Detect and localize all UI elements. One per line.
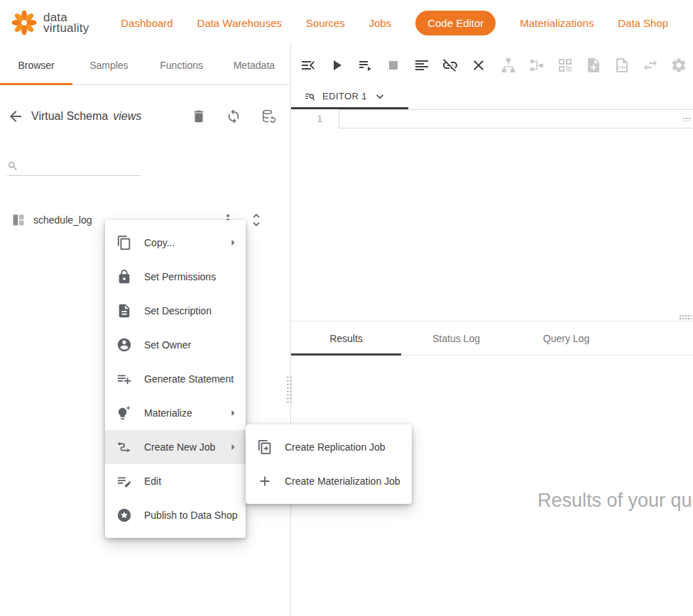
schema-icon[interactable] (523, 51, 551, 79)
refresh-icon[interactable] (226, 109, 241, 124)
menu-item-label: Copy... (144, 237, 175, 248)
submenu-arrow-icon (226, 236, 240, 250)
table-grid-icon (11, 213, 26, 227)
menu-item-set-permissions[interactable]: Set Permissions (105, 260, 246, 294)
tab-status-log[interactable]: Status Log (401, 321, 511, 355)
menu-item-label: Edit (144, 475, 161, 487)
schema-title-suffix: views (113, 110, 141, 123)
tree-item-label: schedule_log (33, 214, 92, 226)
menu-item-label: Create New Job (144, 441, 215, 453)
copy-icon (116, 235, 132, 251)
export-file-icon[interactable] (579, 51, 608, 79)
editor-tab-label: EDITOR 1 (322, 91, 367, 101)
nav-data-shop[interactable]: Data Shop (618, 17, 668, 29)
brand-logo[interactable]: data virtuality (10, 9, 89, 37)
search-icon (7, 160, 18, 172)
run-selection-icon[interactable] (351, 51, 379, 79)
main-area: Browser Samples Functions Metadata Virtu… (0, 45, 693, 616)
editor-toolbar: CSV (291, 45, 693, 85)
brand-flower-icon (10, 9, 38, 37)
delete-icon[interactable] (191, 109, 207, 124)
tab-results[interactable]: Results (291, 321, 401, 355)
menu-item-label: Set Permissions (144, 271, 216, 282)
settings-icon[interactable] (665, 51, 693, 79)
schema-title: Virtual Schema (31, 110, 108, 123)
editor-tab-1[interactable]: EDITOR 1 (291, 85, 408, 109)
menu-item-copy[interactable]: Copy... (105, 226, 246, 260)
schema-actions (191, 109, 276, 124)
context-menu: Copy... Set Permissions Set Description … (105, 220, 246, 538)
tab-browser[interactable]: Browser (0, 45, 72, 84)
back-icon[interactable] (7, 108, 24, 125)
nav-code-editor[interactable]: Code Editor (415, 11, 496, 35)
tab-query-log[interactable]: Query Log (511, 321, 621, 355)
menu-item-publish-data-shop[interactable]: Publish to Data Shop (105, 498, 246, 532)
close-icon[interactable] (464, 51, 493, 79)
format-sql-icon[interactable] (408, 51, 436, 79)
dependencies-icon[interactable] (494, 51, 523, 79)
playlist-add-icon (116, 371, 132, 387)
create-job-submenu: Create Replication Job Create Materializ… (246, 424, 412, 504)
svg-text:CSV: CSV (618, 65, 626, 70)
nav-data-warehouses[interactable]: Data Warehouses (197, 17, 282, 29)
collapse-list-icon[interactable] (294, 51, 322, 79)
owner-icon (116, 337, 132, 353)
main-nav: Dashboard Data Warehouses Sources Jobs C… (109, 11, 680, 35)
stop-icon[interactable] (379, 51, 408, 79)
results-empty-message: Results of your queries (538, 490, 693, 512)
results-tabbar: Results Status Log Query Log (291, 321, 693, 356)
menu-item-label: Set Description (144, 305, 212, 317)
tab-functions[interactable]: Functions (146, 45, 218, 84)
explain-plan-icon[interactable] (551, 51, 579, 79)
submenu-item-create-materialization-job[interactable]: Create Materialization Job (246, 464, 412, 498)
nav-materializations[interactable]: Materializations (520, 17, 594, 29)
menu-item-set-description[interactable]: Set Description (105, 294, 246, 328)
editor-tabbar: EDITOR 1 (291, 85, 693, 109)
search-input[interactable] (23, 160, 141, 172)
menu-item-label: Publish to Data Shop (144, 510, 238, 521)
lock-icon (116, 269, 132, 285)
chevron-down-icon[interactable] (373, 89, 387, 104)
description-icon (116, 303, 132, 319)
menu-item-create-new-job[interactable]: Create New Job (105, 430, 246, 464)
schema-search (7, 160, 141, 176)
unfold-more-icon[interactable] (248, 211, 265, 229)
code-editor[interactable]: 1 (291, 109, 693, 313)
menu-item-label: Set Owner (144, 339, 191, 351)
schema-refresh-icon[interactable] (261, 109, 276, 124)
export-csv-icon[interactable]: CSV (608, 51, 636, 79)
submenu-arrow-icon (226, 440, 240, 454)
run-icon[interactable] (322, 51, 351, 79)
menu-item-set-owner[interactable]: Set Owner (105, 328, 246, 362)
tab-samples[interactable]: Samples (72, 45, 145, 84)
create-job-icon (116, 439, 132, 455)
line-number: 1 (291, 114, 322, 124)
menu-item-edit[interactable]: Edit (105, 464, 246, 498)
menu-item-label: Generate Statement (144, 373, 234, 385)
menu-item-generate-statement[interactable]: Generate Statement (105, 362, 246, 396)
swap-icon[interactable] (636, 51, 665, 79)
submenu-arrow-icon (226, 406, 240, 420)
star-circle-icon (116, 507, 132, 523)
editor-active-line[interactable] (339, 109, 693, 128)
plus-icon (257, 473, 273, 489)
brand-name: data virtuality (43, 12, 89, 33)
editor-resize-handle[interactable] (682, 117, 691, 121)
nav-sources[interactable]: Sources (306, 17, 345, 29)
nav-jobs[interactable]: Jobs (369, 17, 392, 29)
editor-search-icon (304, 90, 317, 103)
edit-icon (116, 473, 132, 489)
app-window: data virtuality Dashboard Data Warehouse… (0, 0, 693, 616)
editor-panel: CSV EDITOR 1 (291, 45, 693, 616)
nav-dashboard[interactable]: Dashboard (121, 17, 173, 29)
horizontal-splitter[interactable] (291, 313, 693, 321)
tab-metadata[interactable]: Metadata (218, 45, 290, 84)
left-tabs: Browser Samples Functions Metadata (0, 45, 290, 85)
menu-item-label: Create Materialization Job (285, 475, 400, 487)
menu-item-materialize[interactable]: Materialize (105, 396, 246, 430)
replication-icon (257, 439, 273, 455)
link-off-icon[interactable] (436, 51, 464, 79)
submenu-item-create-replication-job[interactable]: Create Replication Job (246, 430, 412, 464)
splitter-grip-icon (679, 314, 692, 320)
panel-resize-handle[interactable] (285, 375, 292, 403)
